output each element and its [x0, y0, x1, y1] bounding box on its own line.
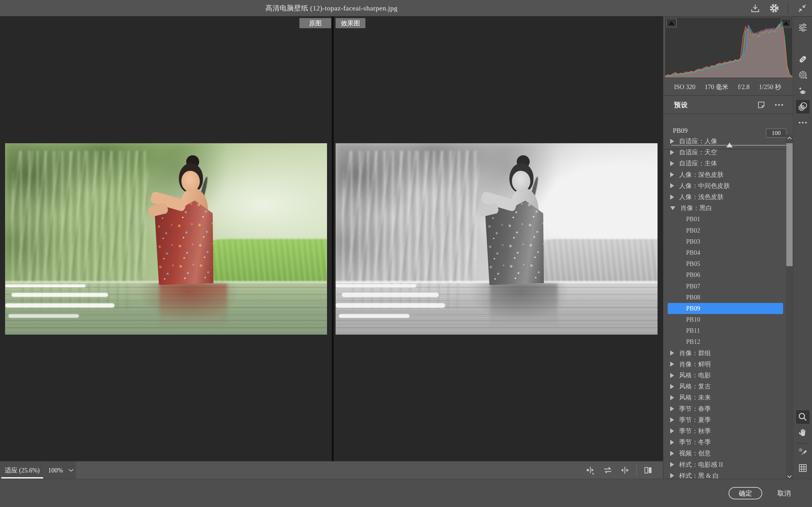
sampler-eyedropper-icon[interactable] [796, 445, 810, 459]
disclosure-triangle-icon[interactable] [670, 429, 674, 434]
preset-group-row[interactable]: 视频：创意 [663, 448, 786, 459]
preset-row[interactable]: PB02 [663, 225, 786, 236]
preset-group-row[interactable]: 季节：春季 [663, 403, 786, 414]
preset-label: 自适应：人像 [679, 137, 717, 146]
preset-row[interactable]: PB01 [663, 214, 786, 225]
preset-label: PB08 [686, 294, 700, 301]
cancel-button[interactable]: 取消 [771, 487, 797, 499]
preset-group-row[interactable]: 肖像：黑白 [663, 203, 786, 214]
preset-group-row[interactable]: 风格：未来 [663, 392, 786, 403]
disclosure-triangle-icon[interactable] [670, 451, 674, 456]
foam-streak [336, 284, 416, 287]
preset-group-row[interactable]: 季节：秋季 [663, 426, 786, 437]
disclosure-triangle-icon[interactable] [670, 473, 674, 478]
preset-row[interactable]: PB06 [663, 269, 786, 280]
zoom-tool-icon[interactable] [796, 410, 810, 424]
before-after-left-icon[interactable] [585, 464, 596, 476]
zoom-fit-tab[interactable]: 适应 (25.6%) [0, 461, 44, 479]
preset-group-row[interactable]: 自适应：人像 [663, 135, 786, 147]
disclosure-triangle-icon[interactable] [670, 206, 675, 210]
preset-list-scrollbar[interactable] [786, 134, 793, 479]
preset-group-row[interactable]: 人像：中间色皮肤 [663, 180, 786, 191]
split-view-icon[interactable] [619, 464, 630, 476]
view-toggle-divider [636, 465, 637, 475]
split-view-divider[interactable] [332, 16, 334, 461]
panel-more-icon[interactable] [796, 115, 810, 130]
masking-icon[interactable] [796, 68, 810, 82]
red-eye-icon[interactable] [796, 83, 810, 98]
disclosure-triangle-icon[interactable] [670, 462, 674, 467]
disclosure-triangle-icon[interactable] [670, 183, 674, 188]
preset-group-row[interactable]: 季节：冬季 [663, 437, 786, 448]
preset-label: PB06 [686, 271, 700, 279]
preset-row[interactable]: PB08 [663, 292, 786, 303]
side-by-side-view-icon[interactable] [643, 464, 654, 476]
disclosure-triangle-icon[interactable] [670, 384, 674, 389]
edit-panel-icon[interactable] [796, 20, 810, 35]
zoom-dropdown-caret[interactable] [66, 461, 76, 479]
collapse-view-icon[interactable] [797, 3, 808, 14]
preset-group-row[interactable]: 样式：电影感 II [663, 459, 786, 470]
foam-streak [336, 303, 445, 308]
save-image-icon[interactable] [750, 3, 761, 14]
scroll-up-icon[interactable] [786, 134, 793, 142]
disclosure-triangle-icon[interactable] [670, 361, 674, 367]
preset-group-row[interactable]: 人像：深色皮肤 [663, 169, 786, 180]
preset-list: 自适应：人像自适应：天空自适应：主体人像：深色皮肤人像：中间色皮肤人像：浅色皮肤… [663, 135, 786, 479]
preset-row[interactable]: PB09 [668, 303, 783, 314]
preset-group-row[interactable]: 样式：黑 & 白 [663, 470, 786, 479]
preset-label: PB11 [686, 327, 700, 334]
disclosure-triangle-icon[interactable] [670, 139, 674, 144]
disclosure-triangle-icon[interactable] [670, 172, 674, 177]
scroll-down-icon[interactable] [786, 473, 793, 479]
preset-group-row[interactable]: 自适应：天空 [663, 147, 786, 158]
exif-shutter: 1/250 秒 [759, 83, 781, 91]
preset-label: PB01 [686, 216, 700, 223]
preset-group-row[interactable]: 季节：夏季 [663, 414, 786, 426]
preset-row[interactable]: PB11 [663, 325, 786, 336]
preset-row[interactable]: PB12 [663, 336, 786, 347]
disclosure-triangle-icon[interactable] [670, 406, 674, 411]
highlight-clipping-toggle[interactable] [781, 19, 791, 27]
presets-panel-icon[interactable] [796, 100, 810, 114]
preset-group-row[interactable]: 风格：复古 [663, 381, 786, 392]
preset-group-row[interactable]: 自适应：主体 [663, 158, 786, 169]
shadow-clipping-toggle[interactable] [666, 19, 676, 27]
disclosure-triangle-icon[interactable] [670, 194, 674, 200]
disclosure-triangle-icon[interactable] [670, 350, 674, 355]
photo-reeds [340, 151, 479, 285]
preset-group-row[interactable]: 肖像：鲜明 [663, 359, 786, 370]
exif-aperture: f/2.8 [738, 83, 750, 91]
preset-group-row[interactable]: 人像：浅色皮肤 [663, 191, 786, 203]
preset-row[interactable]: PB07 [663, 280, 786, 291]
disclosure-triangle-icon[interactable] [670, 161, 674, 166]
original-photo[interactable] [5, 143, 327, 335]
disclosure-triangle-icon[interactable] [670, 440, 674, 445]
healing-brush-icon[interactable] [796, 52, 810, 66]
preset-row[interactable]: PB03 [663, 236, 786, 247]
preset-label: 样式：电影感 II [679, 460, 723, 469]
exif-focal-length: 170 毫米 [705, 83, 728, 91]
footer-bar: 确定 取消 [0, 479, 812, 507]
preset-row[interactable]: PB10 [663, 314, 786, 325]
scrollbar-thumb[interactable] [786, 143, 793, 266]
disclosure-triangle-icon[interactable] [670, 417, 674, 422]
result-photo[interactable] [336, 143, 658, 335]
zoom-100-tab[interactable]: 100% [45, 461, 66, 479]
preset-group-row[interactable]: 肖像：群组 [663, 348, 786, 359]
grid-overlay-icon[interactable] [796, 461, 810, 475]
hand-tool-icon[interactable] [796, 426, 810, 440]
window-title: 高清电脑壁纸 (12)-topaz-faceai-sharpen.jpg [0, 0, 663, 16]
disclosure-triangle-icon[interactable] [670, 395, 674, 400]
preset-label: 自适应：天空 [679, 148, 717, 157]
disclosure-triangle-icon[interactable] [670, 150, 674, 155]
preset-group-row[interactable]: 风格：电影 [663, 370, 786, 381]
swap-views-icon[interactable] [602, 464, 613, 476]
ok-button[interactable]: 确定 [728, 487, 762, 499]
more-options-icon[interactable] [774, 100, 784, 110]
settings-gear-icon[interactable] [769, 3, 780, 14]
create-preset-icon[interactable] [757, 100, 766, 110]
disclosure-triangle-icon[interactable] [670, 373, 674, 378]
preset-row[interactable]: PB05 [663, 258, 786, 269]
preset-row[interactable]: PB04 [663, 247, 786, 258]
